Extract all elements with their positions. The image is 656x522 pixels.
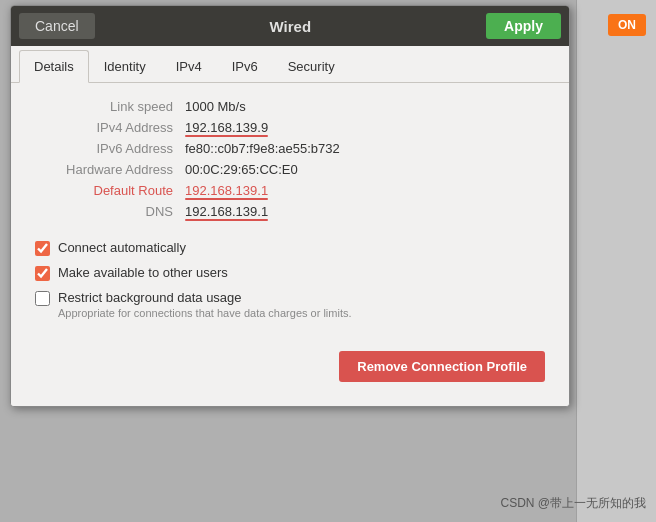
default-route-row: Default Route 192.168.139.1 <box>35 183 545 198</box>
ipv6-value: fe80::c0b7:f9e8:ae55:b732 <box>185 141 340 156</box>
connect-auto-label[interactable]: Connect automatically <box>58 240 186 255</box>
apply-button[interactable]: Apply <box>486 13 561 39</box>
dns-row: DNS 192.168.139.1 <box>35 204 545 219</box>
link-speed-row: Link speed 1000 Mb/s <box>35 99 545 114</box>
default-route-label: Default Route <box>35 183 185 198</box>
restrict-label[interactable]: Restrict background data usage <box>58 290 242 305</box>
on-toggle[interactable]: ON <box>608 14 646 36</box>
hardware-value: 00:0C:29:65:CC:E0 <box>185 162 298 177</box>
remove-connection-button[interactable]: Remove Connection Profile <box>339 351 545 382</box>
available-label[interactable]: Make available to other users <box>58 265 228 280</box>
link-speed-value: 1000 Mb/s <box>185 99 246 114</box>
info-table: Link speed 1000 Mb/s IPv4 Address 192.16… <box>35 99 545 219</box>
button-area: Remove Connection Profile <box>35 335 545 390</box>
tab-security[interactable]: Security <box>273 50 350 82</box>
dns-label: DNS <box>35 204 185 219</box>
tab-ipv4[interactable]: IPv4 <box>161 50 217 82</box>
hardware-row: Hardware Address 00:0C:29:65:CC:E0 <box>35 162 545 177</box>
ipv4-value: 192.168.139.9 <box>185 120 268 135</box>
tab-details[interactable]: Details <box>19 50 89 83</box>
restrict-sublabel: Appropriate for connections that have da… <box>58 307 352 319</box>
dialog: Cancel Wired Apply Details Identity IPv4… <box>10 5 570 407</box>
cancel-button[interactable]: Cancel <box>19 13 95 39</box>
hardware-label: Hardware Address <box>35 162 185 177</box>
tabs: Details Identity IPv4 IPv6 Security <box>11 46 569 83</box>
default-route-value: 192.168.139.1 <box>185 183 268 198</box>
link-speed-label: Link speed <box>35 99 185 114</box>
ipv6-label: IPv6 Address <box>35 141 185 156</box>
available-checkbox[interactable] <box>35 266 50 281</box>
tab-ipv6[interactable]: IPv6 <box>217 50 273 82</box>
ipv6-row: IPv6 Address fe80::c0b7:f9e8:ae55:b732 <box>35 141 545 156</box>
ipv4-label: IPv4 Address <box>35 120 185 135</box>
titlebar: Cancel Wired Apply <box>11 6 569 46</box>
checkboxes: Connect automatically Make available to … <box>35 235 545 335</box>
dns-value: 192.168.139.1 <box>185 204 268 219</box>
dialog-title: Wired <box>95 18 487 35</box>
available-row: Make available to other users <box>35 264 545 281</box>
connect-auto-checkbox[interactable] <box>35 241 50 256</box>
content-area: Link speed 1000 Mb/s IPv4 Address 192.16… <box>11 83 569 406</box>
restrict-checkbox[interactable] <box>35 291 50 306</box>
restrict-row: Restrict background data usage Appropria… <box>35 289 545 319</box>
connect-auto-row: Connect automatically <box>35 239 545 256</box>
tab-identity[interactable]: Identity <box>89 50 161 82</box>
ipv4-row: IPv4 Address 192.168.139.9 <box>35 120 545 135</box>
csdn-label: CSDN @带上一无所知的我 <box>500 495 646 512</box>
